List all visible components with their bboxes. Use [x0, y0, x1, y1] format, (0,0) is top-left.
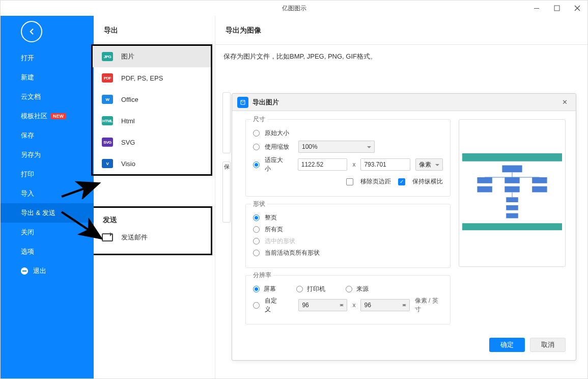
- radio-printer[interactable]: [296, 286, 303, 292]
- svg-rect-1: [554, 6, 559, 11]
- back-button[interactable]: [21, 21, 42, 42]
- sidebar-item-import[interactable]: 导入: [1, 184, 94, 203]
- radio-original-size[interactable]: [253, 130, 260, 137]
- export-format-list: JPG图片 PDFPDF, PS, EPS WOffice HTMLHtml S…: [91, 44, 212, 176]
- group-label: 形状: [251, 200, 267, 208]
- cancel-button[interactable]: 取消: [530, 338, 566, 352]
- svg-rect-0: [534, 8, 539, 9]
- export-item-svg[interactable]: SVGSVG: [93, 131, 211, 153]
- radio-label: 所有页: [265, 225, 283, 234]
- unit-select[interactable]: 像素: [415, 158, 443, 171]
- radio-source[interactable]: [346, 286, 352, 292]
- sidebar-item-options[interactable]: 选项: [1, 242, 94, 261]
- shape-group: 形状 整页 所有页 选中的形状 当前活动页所有形状: [245, 204, 451, 268]
- radio-screen[interactable]: [253, 286, 260, 292]
- remove-margin-checkbox[interactable]: [346, 178, 353, 185]
- sidebar-item-exit[interactable]: 退出: [1, 261, 94, 281]
- width-input[interactable]: 1122.52: [298, 158, 348, 171]
- export-item-office[interactable]: WOffice: [93, 89, 211, 110]
- sidebar-item-new[interactable]: 新建: [1, 68, 94, 87]
- radio-label: 选中的形状: [265, 237, 295, 246]
- radio-fit-size[interactable]: [253, 161, 260, 168]
- radio-label: 打印机: [307, 285, 325, 293]
- export-item-pdf[interactable]: PDFPDF, PS, EPS: [93, 67, 211, 89]
- radio-label: 来源: [356, 285, 369, 293]
- send-section-title: 发送: [93, 210, 211, 229]
- dialog-close-button[interactable]: ✕: [558, 96, 571, 109]
- sidebar-item-label: 导入: [21, 189, 34, 198]
- ok-button[interactable]: 确定: [489, 338, 525, 352]
- jpg-icon: JPG: [102, 52, 113, 61]
- sidebar-item-label: 保存: [21, 131, 34, 140]
- maximize-button[interactable]: [547, 1, 567, 16]
- exit-icon: [21, 267, 28, 275]
- send-email-item[interactable]: 发送邮件: [93, 229, 211, 246]
- sidebar-item-label: 模板社区: [21, 112, 47, 121]
- export-item-visio[interactable]: VVisio: [93, 153, 211, 174]
- svg-rect-13: [506, 197, 518, 202]
- svg-rect-4: [462, 153, 562, 161]
- send-item-label: 发送邮件: [121, 233, 148, 242]
- radio-use-zoom[interactable]: [253, 144, 260, 150]
- x-label: x: [352, 161, 355, 168]
- svg-rect-5: [462, 223, 562, 230]
- radio-label: 屏幕: [264, 285, 276, 293]
- card-label: 保: [222, 161, 231, 223]
- height-input[interactable]: 793.701: [360, 158, 410, 171]
- export-panel: 导出 JPG图片 PDFPDF, PS, EPS WOffice HTMLHtm…: [94, 16, 215, 378]
- svg-rect-12: [532, 186, 547, 192]
- keep-ratio-checkbox[interactable]: [398, 178, 405, 185]
- sidebar-item-label: 另存为: [21, 150, 41, 159]
- export-item-html[interactable]: HTMLHtml: [93, 110, 211, 131]
- export-item-image[interactable]: JPG图片: [93, 46, 211, 67]
- res-y-input[interactable]: 96: [360, 299, 409, 311]
- sidebar-item-label: 退出: [33, 266, 46, 276]
- radio-label: 使用缩放: [265, 143, 289, 151]
- sidebar-item-saveas[interactable]: 另存为: [1, 145, 94, 165]
- dialog-logo-icon: [237, 97, 248, 108]
- export-section-title: 导出: [94, 16, 215, 44]
- minimize-button[interactable]: [526, 1, 547, 16]
- html-icon: HTML: [102, 116, 113, 125]
- sidebar-item-print[interactable]: 打印: [1, 165, 94, 184]
- sidebar-item-cloud[interactable]: 云文档: [1, 87, 94, 106]
- svg-rect-7: [477, 177, 492, 183]
- radio-active-page-shapes[interactable]: [253, 250, 260, 256]
- sidebar-item-export-send[interactable]: 导出 & 发送: [1, 203, 94, 223]
- svg-rect-8: [505, 177, 519, 183]
- res-x-input[interactable]: 96: [298, 299, 347, 311]
- svg-rect-6: [502, 165, 522, 172]
- preview-pane: [459, 119, 566, 267]
- radio-selected-shapes[interactable]: [253, 238, 260, 245]
- group-label: 分辨率: [251, 271, 273, 280]
- window: 亿图图示 大米 V ▾ 打开 新建 云文档 模板社区NEW 保存 另存为 打印 …: [0, 0, 588, 379]
- dialog-title: 导出图片: [253, 98, 279, 107]
- export-item-label: Office: [121, 96, 138, 103]
- radio-custom-res[interactable]: [253, 302, 260, 309]
- sidebar-item-close[interactable]: 关闭: [1, 223, 94, 242]
- sidebar-item-label: 选项: [21, 247, 34, 256]
- zoom-select[interactable]: 100%: [298, 141, 375, 153]
- sidebar-item-save[interactable]: 保存: [1, 126, 94, 145]
- checkbox-label: 移除页边距: [360, 177, 391, 186]
- size-group: 尺寸 原始大小 使用缩放 100% 适应大小 1122.52 x 793.701…: [245, 119, 451, 197]
- radio-label: 当前活动页所有形状: [265, 249, 320, 257]
- sidebar-item-label: 云文档: [21, 92, 41, 101]
- svg-rect-9: [532, 177, 547, 183]
- app-title: 亿图图示: [282, 4, 306, 13]
- radio-all-pages[interactable]: [253, 226, 260, 233]
- pdf-icon: PDF: [102, 73, 113, 83]
- export-item-label: Html: [121, 117, 135, 125]
- radio-whole-page[interactable]: [253, 214, 260, 221]
- send-section: 发送 发送邮件: [91, 206, 212, 255]
- svg-rect-10: [477, 186, 492, 192]
- close-button[interactable]: [567, 1, 587, 16]
- export-item-label: 图片: [121, 52, 134, 61]
- content-description: 保存为图片文件，比如BMP, JPEG, PNG, GIF格式。: [215, 45, 587, 70]
- export-image-dialog: 导出图片 ✕ 尺寸 原始大小 使用缩放 100% 适应大小 1122.52 x …: [232, 93, 576, 361]
- svg-icon: SVG: [102, 138, 113, 147]
- sidebar-item-label: 打开: [21, 53, 34, 63]
- radio-label: 自定义: [265, 296, 282, 314]
- sidebar-item-open[interactable]: 打开: [1, 48, 94, 68]
- sidebar-item-templates[interactable]: 模板社区NEW: [1, 106, 94, 126]
